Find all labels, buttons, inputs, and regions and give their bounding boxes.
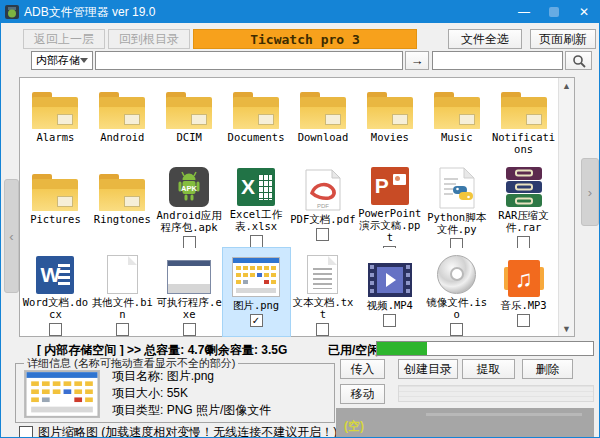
file-item-apk[interactable]: APKAndroid应用程序包.apk bbox=[156, 162, 223, 248]
window-title: ADB文件管理器 ver 19.0 bbox=[24, 4, 155, 21]
grid-scrollbar[interactable]: ▲ ▼ bbox=[558, 78, 574, 336]
file-item-mp4[interactable]: 视频.MP4 bbox=[356, 248, 423, 336]
delete-button[interactable]: 删除 bbox=[522, 359, 573, 379]
minimize-button[interactable]: — bbox=[509, 1, 539, 23]
select-all-button[interactable]: 文件全选 bbox=[448, 29, 522, 49]
close-button[interactable]: ✕ bbox=[569, 1, 599, 23]
right-panel-toggle[interactable]: › bbox=[581, 158, 599, 226]
file-item-bin[interactable]: 其他文件.bin bbox=[89, 248, 156, 336]
go-button[interactable]: → bbox=[405, 51, 429, 70]
folder-icon bbox=[434, 97, 480, 129]
svg-text:APK: APK bbox=[181, 184, 197, 193]
file-item-exe[interactable]: 可执行程序.exe bbox=[156, 248, 223, 336]
file-checkbox[interactable] bbox=[250, 314, 263, 327]
file-checkbox[interactable] bbox=[450, 238, 463, 248]
refresh-button[interactable]: 页面刷新 bbox=[530, 29, 596, 49]
file-item-txt[interactable]: 文本文档.txt bbox=[290, 248, 357, 336]
thumbnail-checkbox[interactable] bbox=[19, 426, 33, 438]
file-item-ppt[interactable]: PPowerPoint演示文稿.ppt bbox=[356, 162, 423, 248]
file-item-py[interactable]: Python脚本文件.py bbox=[423, 162, 490, 248]
item-type-line: 项目类型: PNG 照片/图像文件 bbox=[112, 402, 271, 419]
file-item-android[interactable]: Android bbox=[89, 80, 156, 162]
search-button[interactable] bbox=[565, 51, 592, 70]
folder-icon bbox=[166, 97, 212, 129]
excel-icon: X bbox=[237, 168, 275, 206]
scroll-up-icon[interactable]: ▲ bbox=[559, 78, 574, 93]
python-icon bbox=[438, 167, 476, 209]
left-panel-toggle[interactable]: ‹ bbox=[4, 179, 19, 293]
folder-icon bbox=[501, 97, 547, 129]
chevron-down-icon bbox=[80, 58, 88, 63]
folder-icon bbox=[99, 179, 145, 211]
file-item-music[interactable]: Music bbox=[423, 80, 490, 162]
item-name-value: 图片.png bbox=[167, 369, 214, 383]
maximize-icon bbox=[549, 7, 559, 17]
file-item-ringtones[interactable]: Ringtones bbox=[89, 162, 156, 248]
file-item-documents[interactable]: Documents bbox=[223, 80, 290, 162]
file-item-docx[interactable]: WWord文档.docx bbox=[22, 248, 89, 336]
disc-icon bbox=[437, 255, 476, 294]
file-checkbox[interactable] bbox=[517, 314, 530, 327]
file-checkbox[interactable] bbox=[116, 323, 129, 336]
push-button[interactable]: 传入 bbox=[340, 359, 385, 379]
app-icon bbox=[5, 5, 19, 19]
file-item-download[interactable]: Download bbox=[290, 80, 357, 162]
used-space-progressbar bbox=[376, 341, 594, 356]
item-type-value: PNG 照片/图像文件 bbox=[167, 403, 272, 417]
item-name-line: 项目名称: 图片.png bbox=[112, 368, 214, 385]
file-checkbox[interactable] bbox=[49, 323, 62, 336]
used-space-fill bbox=[377, 342, 427, 355]
file-item-xlsx[interactable]: XExcel工作表.xlsx bbox=[223, 162, 290, 248]
file-item-mp3[interactable]: ♫音乐.MP3 bbox=[490, 248, 557, 336]
folder-icon bbox=[99, 97, 145, 129]
folder-icon bbox=[233, 97, 279, 129]
word-icon: W bbox=[36, 256, 74, 294]
video-icon bbox=[368, 263, 412, 297]
executable-icon bbox=[167, 260, 211, 294]
file-checkbox[interactable] bbox=[316, 228, 329, 241]
file-item-alarms[interactable]: Alarms bbox=[22, 80, 89, 162]
file-item-dcim[interactable]: DCIM bbox=[156, 80, 223, 162]
device-name-banner: Ticwatch pro 3 bbox=[193, 29, 417, 49]
rar-icon bbox=[506, 167, 542, 207]
queue-empty-text: (空) bbox=[344, 418, 364, 435]
file-checkbox[interactable] bbox=[517, 236, 530, 248]
file-checkbox[interactable] bbox=[250, 235, 263, 248]
search-icon bbox=[572, 54, 586, 68]
file-checkbox[interactable] bbox=[316, 323, 329, 336]
item-size-line: 项目大小: 55K bbox=[112, 385, 188, 402]
selected-file-preview bbox=[24, 370, 100, 418]
file-item-iso[interactable]: 镜像文件.iso bbox=[423, 248, 490, 336]
file-item-pictures[interactable]: Pictures bbox=[22, 162, 89, 248]
path-input[interactable] bbox=[95, 51, 403, 70]
file-grid: Alarms Android DCIM Documents Download M… bbox=[19, 77, 575, 337]
file-item-rar[interactable]: RAR压缩文件.rar bbox=[490, 162, 557, 248]
play-icon bbox=[386, 273, 396, 287]
file-checkbox[interactable] bbox=[183, 323, 196, 336]
root-button[interactable]: 回到根目录 bbox=[108, 29, 190, 49]
move-button[interactable]: 移动 bbox=[340, 384, 385, 404]
back-button[interactable]: 返回上一层 bbox=[23, 29, 105, 49]
image-thumbnail-icon bbox=[232, 257, 280, 297]
title-bar: ADB文件管理器 ver 19.0 — ✕ bbox=[1, 1, 599, 23]
search-input[interactable] bbox=[432, 51, 563, 70]
folder-icon bbox=[300, 97, 346, 129]
maximize-button[interactable] bbox=[539, 1, 569, 23]
transfer-progressbar bbox=[398, 385, 594, 402]
file-checkbox[interactable] bbox=[183, 236, 196, 248]
item-size-value: 55K bbox=[167, 386, 188, 400]
thumbnail-toggle[interactable]: 图片缩略图 (加载速度相对变慢！无线连接不建议开启！) bbox=[19, 424, 337, 438]
storage-select[interactable]: 内部存储 bbox=[31, 51, 93, 70]
file-checkbox[interactable] bbox=[450, 323, 463, 336]
file-item-png[interactable]: 图片.png bbox=[223, 248, 290, 336]
thumbnail-toggle-label: 图片缩略图 (加载速度相对变慢！无线连接不建议开启！) bbox=[38, 424, 337, 438]
scroll-down-icon[interactable]: ▼ bbox=[559, 321, 574, 336]
file-item-movies[interactable]: Movies bbox=[356, 80, 423, 162]
svg-text:PDF: PDF bbox=[317, 203, 329, 209]
file-item-notifications[interactable]: Notifications bbox=[490, 80, 557, 162]
file-checkbox[interactable] bbox=[383, 314, 396, 327]
blank-file-icon bbox=[107, 255, 138, 294]
file-item-pdf[interactable]: PDFPDF文档.pdf bbox=[290, 162, 357, 248]
create-directory-button[interactable]: 创建目录 bbox=[398, 359, 458, 379]
extract-button[interactable]: 提取 bbox=[462, 359, 515, 379]
